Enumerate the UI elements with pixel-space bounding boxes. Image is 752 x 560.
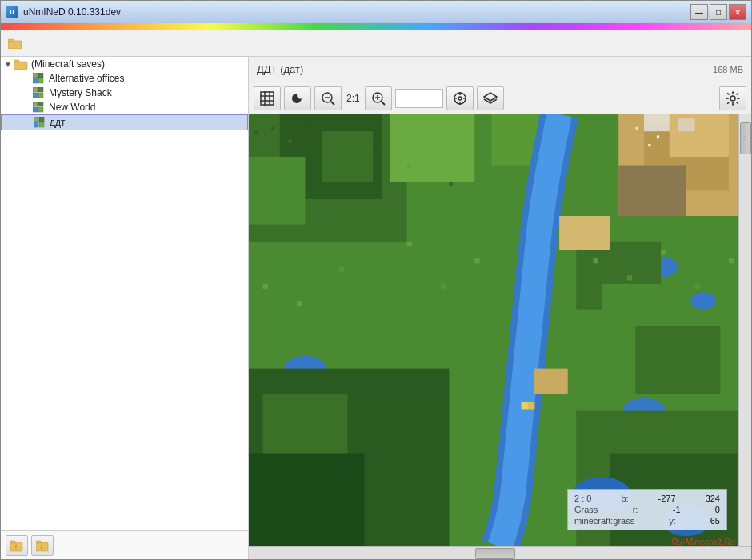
svg-rect-7 bbox=[38, 78, 43, 83]
svg-rect-79 bbox=[263, 394, 348, 462]
svg-rect-83 bbox=[644, 114, 670, 131]
svg-rect-13 bbox=[38, 102, 43, 106]
svg-rect-87 bbox=[288, 140, 291, 143]
svg-rect-100 bbox=[661, 250, 666, 254]
svg-rect-89 bbox=[373, 148, 376, 151]
svg-rect-90 bbox=[407, 166, 410, 169]
svg-line-52 bbox=[737, 93, 738, 94]
sidebar-root-item[interactable]: ▼ (Minecraft saves) bbox=[1, 57, 248, 71]
night-icon bbox=[290, 91, 305, 106]
close-button[interactable]: ✕ bbox=[729, 4, 746, 20]
zoom-in-icon bbox=[371, 91, 386, 106]
svg-rect-92 bbox=[263, 284, 268, 289]
svg-rect-98 bbox=[593, 258, 598, 263]
svg-line-51 bbox=[737, 102, 738, 103]
svg-rect-2 bbox=[14, 62, 27, 70]
status-b-value: -277 bbox=[658, 494, 676, 503]
horizontal-scrollbar[interactable] bbox=[249, 546, 751, 559]
world-label-0: Alternative offices bbox=[49, 73, 125, 84]
status-y-value: 65 bbox=[710, 516, 720, 526]
map-toolbar: 2:1 bbox=[249, 82, 751, 114]
zoom-label: 2:1 bbox=[345, 93, 362, 104]
target-button[interactable] bbox=[446, 86, 474, 110]
svg-rect-93 bbox=[297, 301, 302, 306]
svg-rect-75 bbox=[635, 326, 720, 394]
svg-rect-57 bbox=[249, 157, 305, 225]
grid-icon bbox=[260, 91, 274, 106]
svg-rect-1 bbox=[8, 39, 14, 42]
status-minecraft-row: minecraft:grass y: 65 bbox=[574, 515, 720, 526]
status-coord-label: 2 : 0 bbox=[574, 494, 591, 503]
svg-point-69 bbox=[690, 292, 716, 309]
status-b-label: b: bbox=[621, 494, 628, 503]
svg-text:↓: ↓ bbox=[40, 542, 44, 550]
open-folder-button[interactable] bbox=[4, 33, 26, 54]
title-bar: u uNmINeD 0.10.331dev — □ ✕ bbox=[1, 1, 751, 23]
main-toolbar bbox=[1, 30, 751, 57]
sidebar-item-alternative-offices[interactable]: Alternative offices bbox=[1, 71, 248, 86]
svg-rect-5 bbox=[38, 73, 43, 78]
layers-button[interactable] bbox=[477, 86, 504, 110]
world-icon-3 bbox=[34, 117, 46, 128]
status-block-row: Grass r: -1 0 bbox=[574, 504, 720, 515]
zoom-in-button[interactable] bbox=[365, 86, 392, 110]
svg-rect-3 bbox=[14, 60, 19, 62]
status-coord-row: 2 : 0 b: -277 324 bbox=[574, 493, 720, 504]
sidebar-item-new-world[interactable]: New World bbox=[1, 100, 248, 114]
svg-marker-44 bbox=[484, 93, 497, 101]
svg-rect-105 bbox=[648, 144, 650, 146]
vertical-scrollbar[interactable]: · · · bbox=[738, 114, 751, 546]
svg-rect-101 bbox=[695, 284, 700, 289]
status-r-label: r: bbox=[633, 505, 638, 514]
svg-rect-94 bbox=[339, 267, 344, 272]
app-title: uNmINeD 0.10.331dev bbox=[23, 6, 121, 18]
night-button[interactable] bbox=[284, 86, 311, 110]
status-minecraft-label: minecraft:grass bbox=[574, 516, 634, 526]
horizontal-scrollbar-thumb[interactable] bbox=[475, 548, 515, 559]
status-y-label: y: bbox=[669, 516, 676, 526]
remove-icon: ↓ bbox=[36, 539, 49, 552]
status-r-value2: 0 bbox=[715, 505, 720, 514]
sidebar-item-mystery-shack[interactable]: Mystery Shack bbox=[1, 86, 248, 100]
svg-rect-10 bbox=[33, 93, 38, 98]
coord-input[interactable] bbox=[395, 89, 443, 108]
add-folder-icon: ↑ bbox=[10, 539, 23, 552]
sidebar-item-ddt[interactable]: ддт bbox=[1, 114, 248, 130]
svg-rect-14 bbox=[33, 107, 38, 112]
minimize-button[interactable]: — bbox=[690, 4, 708, 20]
target-icon bbox=[453, 91, 467, 106]
svg-rect-19 bbox=[39, 122, 44, 127]
sidebar-content: ▼ (Minecraft saves) bbox=[1, 57, 248, 530]
svg-rect-9 bbox=[38, 87, 43, 92]
world-label-2: New World bbox=[49, 102, 95, 113]
zoom-out-button[interactable] bbox=[314, 86, 342, 110]
main-window: u uNmINeD 0.10.331dev — □ ✕ ▼ bbox=[0, 0, 752, 560]
map-status-overlay: 2 : 0 b: -277 324 Grass r: -1 0 minecraf… bbox=[567, 489, 727, 530]
svg-rect-95 bbox=[407, 242, 412, 246]
watermark: Ru-Minecraft.Ru bbox=[671, 537, 735, 546]
svg-text:↑: ↑ bbox=[14, 542, 18, 550]
settings-icon bbox=[726, 91, 740, 106]
grid-button[interactable] bbox=[254, 86, 281, 110]
layers-icon bbox=[483, 91, 498, 106]
settings-button[interactable] bbox=[719, 86, 746, 110]
map-viewport[interactable]: · · · 2 : 0 b: -277 324 Grass r: bbox=[249, 114, 751, 546]
add-world-button[interactable]: ↑ bbox=[6, 535, 28, 556]
svg-line-53 bbox=[727, 102, 729, 103]
sidebar: ▼ (Minecraft saves) bbox=[1, 57, 249, 559]
svg-rect-97 bbox=[474, 258, 479, 263]
svg-rect-15 bbox=[38, 107, 43, 112]
svg-rect-103 bbox=[521, 402, 527, 409]
map-memory: 168 MB bbox=[713, 65, 743, 74]
svg-rect-76 bbox=[559, 216, 610, 250]
title-bar-left: u uNmINeD 0.10.331dev bbox=[6, 6, 121, 18]
svg-rect-107 bbox=[635, 127, 638, 130]
svg-rect-106 bbox=[657, 135, 659, 138]
remove-world-button[interactable]: ↓ bbox=[31, 535, 54, 556]
world-label-1: Mystery Shack bbox=[49, 87, 112, 98]
maximize-button[interactable]: □ bbox=[710, 4, 727, 20]
vertical-scrollbar-thumb[interactable]: · · · bbox=[740, 122, 751, 154]
svg-rect-91 bbox=[449, 182, 452, 186]
svg-rect-16 bbox=[34, 117, 38, 122]
svg-rect-86 bbox=[271, 127, 274, 130]
